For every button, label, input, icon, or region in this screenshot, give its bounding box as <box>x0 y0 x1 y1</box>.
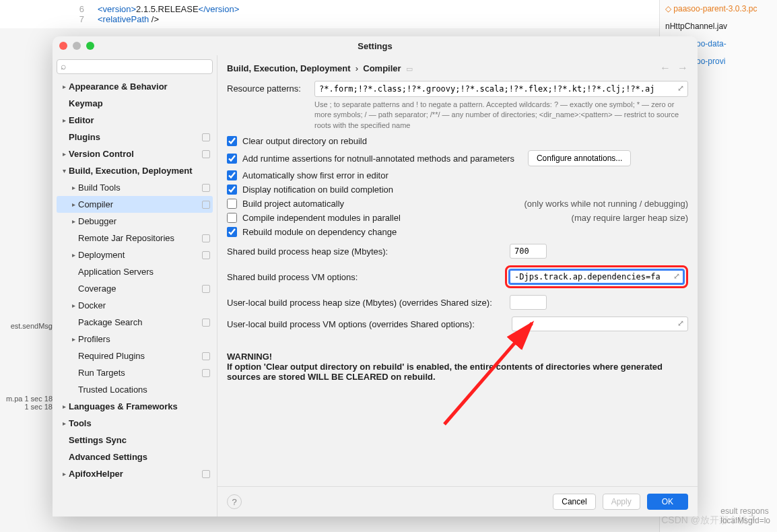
sidebar-item-version-control[interactable]: ▸Version Control <box>57 145 213 162</box>
sidebar-item-debugger[interactable]: ▸Debugger <box>57 213 213 230</box>
project-badge-icon <box>202 133 210 141</box>
ok-button[interactable]: OK <box>647 494 688 510</box>
sidebar-item-deployment[interactable]: ▸Deployment <box>57 246 213 263</box>
chevron-icon: ▸ <box>59 150 69 158</box>
sidebar-item-label: Plugins <box>69 132 199 142</box>
help-icon[interactable]: ? <box>227 494 242 509</box>
sidebar-item-compiler[interactable]: ▸Compiler <box>57 196 213 213</box>
chevron-icon: ▸ <box>69 184 78 191</box>
user-vm-input[interactable] <box>512 317 688 331</box>
runtime-assert-checkbox[interactable] <box>227 154 237 164</box>
sidebar-item-advanced-settings[interactable]: Advanced Settings <box>57 448 213 465</box>
sidebar-item-editor[interactable]: ▸Editor <box>57 112 213 129</box>
sidebar-item-label: Coverage <box>78 284 199 294</box>
background-left-status: est.sendMsg m.pa 1 sec 18 1 sec 18 <box>0 322 53 411</box>
sidebar-item-label: Remote Jar Repositories <box>78 233 199 243</box>
vm-options-input[interactable] <box>509 269 684 284</box>
expand-icon[interactable]: ⤢ <box>673 271 680 281</box>
configure-annotations-button[interactable]: Configure annotations... <box>528 150 631 166</box>
sidebar-item-package-search[interactable]: Package Search <box>57 314 213 331</box>
sidebar-item-label: Trusted Locations <box>78 385 210 395</box>
dialog-title: Settings <box>53 41 698 51</box>
sidebar-item-apifoxhelper[interactable]: ▸ApifoxHelper <box>57 465 213 482</box>
auto-first-error-checkbox[interactable] <box>227 170 237 180</box>
nav-back-icon[interactable]: ← <box>660 62 671 74</box>
sidebar-item-plugins[interactable]: Plugins <box>57 129 213 145</box>
project-badge-icon <box>202 470 210 478</box>
main-panel: Build, Execution, Deployment › Compiler … <box>217 55 698 517</box>
build-auto-label: Build project automatically <box>242 199 344 209</box>
sidebar-item-label: Build, Execution, Deployment <box>69 166 210 176</box>
resource-patterns-label: Resource patterns: <box>227 81 314 94</box>
sidebar-item-label: Run Targets <box>78 368 199 378</box>
highlight-annotation: ⤢ <box>505 265 688 288</box>
expand-icon[interactable]: ⤢ <box>677 84 684 93</box>
compile-parallel-label: Compile independent modules in parallel <box>242 213 401 223</box>
user-heap-label: User-local build process heap size (Mbyt… <box>227 298 510 308</box>
chevron-icon: ▾ <box>59 167 69 174</box>
chevron-icon: ▸ <box>59 470 69 477</box>
sidebar-item-build-execution-deployment[interactable]: ▾Build, Execution, Deployment <box>57 162 213 179</box>
build-auto-note: (only works while not running / debuggin… <box>524 199 688 209</box>
clear-output-label: Clear output directory on rebuild <box>242 136 367 146</box>
project-badge-icon <box>202 251 210 259</box>
sidebar-item-languages-frameworks[interactable]: ▸Languages & Frameworks <box>57 398 213 415</box>
sidebar-item-settings-sync[interactable]: Settings Sync <box>57 432 213 448</box>
project-badge-icon <box>202 285 210 293</box>
sidebar-item-label: Appearance & Behavior <box>69 81 210 92</box>
runtime-assert-label: Add runtime assertions for notnull-annot… <box>242 154 514 164</box>
project-badge-icon <box>202 369 210 377</box>
clear-output-checkbox[interactable] <box>227 136 237 146</box>
project-badge-icon <box>202 352 210 360</box>
vm-label: Shared build process VM options: <box>227 272 505 282</box>
resource-patterns-input[interactable] <box>314 81 688 97</box>
display-notif-checkbox[interactable] <box>227 185 237 195</box>
sidebar-item-label: ApifoxHelper <box>69 469 199 479</box>
chevron-icon: ▸ <box>69 201 78 208</box>
expand-icon[interactable]: ⤢ <box>677 319 684 328</box>
sidebar-item-docker[interactable]: ▸Docker <box>57 297 213 314</box>
sidebar-item-label: Tools <box>69 418 210 428</box>
sidebar-item-label: Settings Sync <box>69 435 210 445</box>
project-badge-icon <box>202 234 210 242</box>
sidebar-item-coverage[interactable]: Coverage <box>57 280 213 297</box>
sidebar-item-build-tools[interactable]: ▸Build Tools <box>57 179 213 196</box>
rebuild-dep-checkbox[interactable] <box>227 227 237 237</box>
sidebar-item-label: Package Search <box>78 317 199 327</box>
heap-label: Shared build process heap size (Mbytes): <box>227 246 510 257</box>
sidebar-item-required-plugins[interactable]: Required Plugins <box>57 347 213 364</box>
sidebar-item-label: Build Tools <box>78 182 199 193</box>
sidebar-item-trusted-locations[interactable]: Trusted Locations <box>57 381 213 398</box>
sidebar-item-tools[interactable]: ▸Tools <box>57 415 213 432</box>
sidebar-item-label: Keymap <box>69 98 210 108</box>
sidebar-item-label: Application Servers <box>78 267 210 277</box>
compile-parallel-checkbox[interactable] <box>227 213 237 223</box>
chevron-icon: ▸ <box>69 251 78 259</box>
build-auto-checkbox[interactable] <box>227 199 237 209</box>
nav-forward-icon[interactable]: → <box>677 62 688 74</box>
search-input[interactable] <box>57 59 213 74</box>
sidebar-item-application-servers[interactable]: Application Servers <box>57 263 213 280</box>
warning-block: WARNING! If option 'Clear output directo… <box>227 352 688 382</box>
chevron-icon: ▸ <box>59 403 69 410</box>
sidebar-item-label: Profilers <box>78 334 210 344</box>
heap-input[interactable] <box>510 244 547 259</box>
chevron-icon: ▸ <box>69 302 78 309</box>
sidebar-item-remote-jar-repositories[interactable]: Remote Jar Repositories <box>57 230 213 246</box>
titlebar[interactable]: Settings <box>53 36 698 55</box>
apply-button[interactable]: Apply <box>603 494 640 510</box>
chevron-icon: ▸ <box>59 117 69 124</box>
user-heap-input[interactable] <box>510 295 547 310</box>
sidebar-item-label: Version Control <box>69 149 199 159</box>
sidebar-item-label: Required Plugins <box>78 351 199 361</box>
chevron-icon: ▸ <box>59 420 69 427</box>
rebuild-dep-label: Rebuild module on dependency change <box>242 227 397 237</box>
resource-patterns-hint: Use ; to separate patterns and ! to nega… <box>314 100 688 131</box>
settings-sidebar: ▸Appearance & BehaviorKeymap▸EditorPlugi… <box>53 55 217 517</box>
sidebar-item-profilers[interactable]: ▸Profilers <box>57 331 213 347</box>
sidebar-item-run-targets[interactable]: Run Targets <box>57 364 213 381</box>
cancel-button[interactable]: Cancel <box>553 494 595 510</box>
sidebar-item-keymap[interactable]: Keymap <box>57 95 213 112</box>
sidebar-item-label: Deployment <box>78 250 199 260</box>
sidebar-item-appearance-behavior[interactable]: ▸Appearance & Behavior <box>57 78 213 95</box>
